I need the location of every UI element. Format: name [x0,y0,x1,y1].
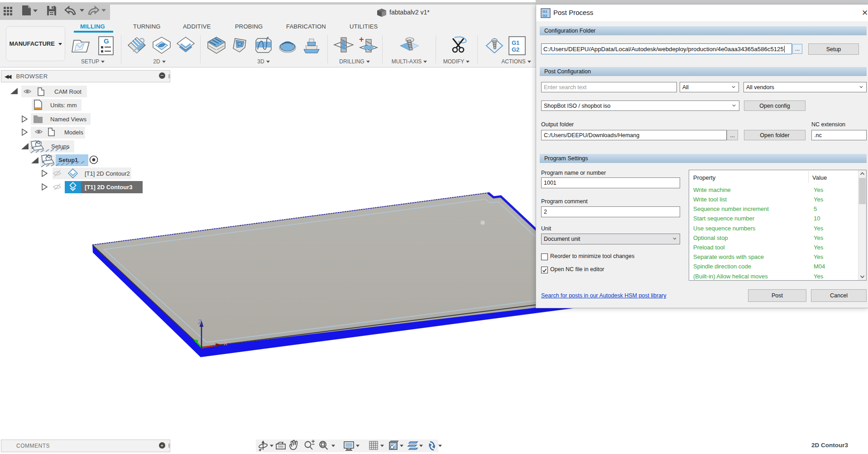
svg-text:X: X [224,340,227,347]
svg-text:G2: G2 [512,46,519,53]
svg-text:G2: G2 [542,14,547,18]
svg-text:G1: G1 [512,39,519,46]
svg-text:+: + [359,36,364,44]
svg-text:G: G [104,37,109,45]
svg-text:G1: G1 [542,10,547,14]
svg-text:Z: Z [198,318,202,325]
